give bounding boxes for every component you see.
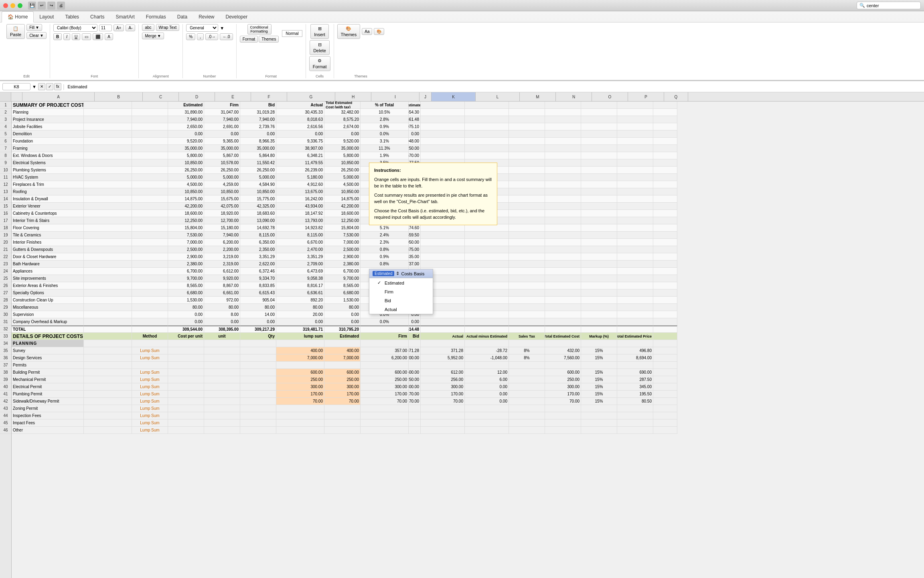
cell-13-15[interactable] [617,188,653,195]
cell-46-15[interactable] [617,427,653,434]
cell-37-10[interactable] [421,362,465,369]
cell-15-16[interactable] [653,203,677,210]
row-header-13[interactable]: 13 [0,188,11,195]
cell-24-15[interactable] [617,268,653,275]
cell-42-3[interactable] [168,398,204,405]
cell-15-6[interactable]: 43,934.00 [276,203,324,210]
cell-42-5[interactable] [240,398,276,405]
cell-43-7[interactable] [324,405,361,412]
cell-34-7[interactable] [324,340,361,347]
cell-40-7[interactable]: 300.00 [324,383,361,391]
cell-8-3[interactable]: 5,800.00 [168,152,204,159]
cell-21-9[interactable]: 2,875.00 [409,246,421,253]
cell-46-12[interactable] [509,427,545,434]
cell-34-2[interactable] [132,340,168,347]
cell-30-13[interactable] [545,311,581,318]
cell-16-3[interactable]: 18,600.00 [168,210,204,217]
cell-12-12[interactable] [509,181,545,188]
italic-button[interactable]: I [63,33,70,40]
row-header-35[interactable]: 35 [0,347,11,354]
cell-18-14[interactable] [581,224,617,232]
cell-17-5[interactable]: 13,090.00 [240,217,276,224]
cell-27-6[interactable]: 6,636.61 [276,289,324,297]
cell-6-16[interactable] [653,138,677,145]
cell-37-2[interactable] [132,362,168,369]
cell-7-7[interactable]: 35,000.00 [324,145,361,152]
col-header-H[interactable]: H [335,92,371,101]
dropdown-option-firm[interactable]: Firm [369,287,433,296]
cell-34-0[interactable]: PLANNING [12,340,84,347]
cell-43-0[interactable]: Zoning Permit [12,405,84,412]
col-header-G[interactable]: G [287,92,335,101]
cell-28-13[interactable] [545,297,581,304]
cell-34-9[interactable] [409,340,421,347]
cell-8-5[interactable]: 5,864.80 [240,152,276,159]
cell-16-15[interactable] [617,210,653,217]
cell-45-9[interactable] [409,419,421,427]
cell-14-15[interactable] [617,195,653,203]
close-button[interactable] [3,3,8,8]
cell-33-7[interactable]: Estimated [324,333,361,340]
cell-44-14[interactable] [581,412,617,419]
cell-17-7[interactable]: 12,250.00 [324,217,361,224]
cell-29-7[interactable]: 80.00 [324,304,361,311]
cell-7-4[interactable]: 35,000.00 [204,145,240,152]
cell-36-12[interactable]: 8% [509,354,545,362]
cell-46-7[interactable] [324,427,361,434]
cell-5-5[interactable]: 0.00 [240,130,276,138]
cell-32-12[interactable] [509,326,545,333]
cell-17-1[interactable] [84,217,132,224]
cell-40-0[interactable]: Electrical Permit [12,383,84,391]
cell-23-1[interactable] [84,261,132,268]
cell-13-13[interactable] [545,188,581,195]
cell-35-15[interactable]: 496.80 [617,347,653,354]
cell-40-15[interactable]: 345.00 [617,383,653,391]
cell-41-1[interactable] [84,391,132,398]
cell-25-15[interactable] [617,275,653,282]
cell-7-8[interactable]: 11.3% [361,145,409,152]
cell-5-11[interactable] [465,130,509,138]
cell-9-5[interactable]: 11,550.42 [240,159,276,167]
col-header-K[interactable]: K [432,92,476,101]
cell-33-4[interactable]: unit [204,333,240,340]
cell-8-4[interactable]: 5,867.00 [204,152,240,159]
color-theme-button[interactable]: 🎨 [374,28,384,35]
cell-20-4[interactable]: 6,200.00 [204,239,240,246]
cell-26-2[interactable] [132,282,168,289]
cell-12-0[interactable]: Fireplaces & Trim [12,181,84,188]
row-header-18[interactable]: 18 [0,224,11,232]
cell-7-1[interactable] [84,145,132,152]
cell-9-6[interactable]: 11,479.55 [276,159,324,167]
cell-22-5[interactable]: 3,351.29 [240,253,276,261]
cell-33-16[interactable] [653,333,677,340]
cell-18-16[interactable] [653,224,677,232]
cell-35-1[interactable] [84,347,132,354]
cell-27-5[interactable]: 6,615.43 [240,289,276,297]
cell-20-9[interactable]: 8,050.00 [409,239,421,246]
cell-26-0[interactable]: Exterior Areas & Finishes [12,282,84,289]
cell-32-3[interactable]: 309,544.00 [168,326,204,333]
cell-27-13[interactable] [545,289,581,297]
cell-23-12[interactable] [509,261,545,268]
cell-1-5[interactable]: Bid [240,102,276,109]
comma-button[interactable]: , [197,33,204,40]
tab-formulas[interactable]: Formulas [140,12,172,22]
cell-22-9[interactable]: 3,335.00 [409,253,421,261]
cell-30-11[interactable] [465,311,509,318]
cell-37-7[interactable] [324,362,361,369]
cell-16-7[interactable]: 18,600.00 [324,210,361,217]
row-header-28[interactable]: 28 [0,297,11,304]
cell-2-0[interactable]: Planning [12,109,84,116]
percent-button[interactable]: % [186,33,195,40]
cell-40-8[interactable]: 300.00 [361,383,409,391]
cell-35-7[interactable]: 400.00 [324,347,361,354]
cell-41-12[interactable] [509,391,545,398]
cell-2-9[interactable]: 37,354.30 [409,109,421,116]
cell-38-12[interactable] [509,369,545,376]
cell-38-2[interactable]: Lump Sum [132,369,168,376]
cell-39-3[interactable] [168,376,204,383]
cell-41-7[interactable]: 170.00 [324,391,361,398]
cell-36-3[interactable] [168,354,204,362]
cell-46-1[interactable] [84,427,132,434]
cell-14-7[interactable]: 14,875.00 [324,195,361,203]
